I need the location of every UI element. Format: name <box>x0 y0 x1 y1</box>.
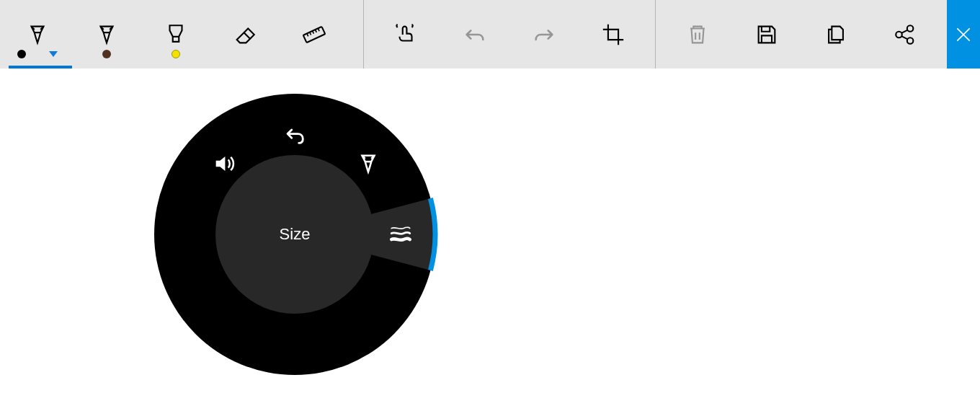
touch-writing-icon <box>393 22 418 47</box>
color-swatch-brown <box>102 50 111 58</box>
chevron-down-icon[interactable] <box>49 51 58 57</box>
highlighter-button[interactable] <box>141 0 210 69</box>
share-button[interactable] <box>870 0 940 69</box>
toolbar-section-pens <box>0 0 364 69</box>
highlighter-icon <box>164 22 188 47</box>
share-icon <box>893 22 917 47</box>
svg-line-1 <box>307 33 308 36</box>
dial-option-undo[interactable] <box>282 123 307 147</box>
color-swatch-black <box>17 50 26 58</box>
ruler-button[interactable] <box>280 0 349 69</box>
svg-line-3 <box>313 30 314 33</box>
copy-icon <box>824 22 848 47</box>
undo-button[interactable] <box>440 0 509 69</box>
pencil-button[interactable] <box>72 0 141 69</box>
dial-option-size[interactable] <box>388 222 413 247</box>
crop-button[interactable] <box>579 0 648 69</box>
pen-icon <box>356 151 380 176</box>
crop-icon <box>601 22 625 47</box>
copy-button[interactable] <box>801 0 870 69</box>
volume-icon <box>212 151 236 176</box>
svg-line-4 <box>315 30 316 32</box>
dial-center-label: Size <box>280 225 311 244</box>
svg-point-6 <box>896 31 902 37</box>
active-indicator <box>9 66 72 69</box>
redo-icon <box>532 22 556 47</box>
size-icon <box>388 221 413 248</box>
dial-option-volume[interactable] <box>212 151 236 176</box>
pencil-icon <box>94 22 119 47</box>
toolbar-section-edit <box>364 0 656 69</box>
trash-icon <box>685 22 710 47</box>
svg-rect-0 <box>303 26 325 42</box>
redo-button[interactable] <box>509 0 579 69</box>
delete-button[interactable] <box>663 0 732 69</box>
color-swatch-yellow <box>172 50 180 58</box>
svg-line-10 <box>901 36 908 39</box>
ruler-icon <box>302 22 326 47</box>
dial-option-pen[interactable] <box>356 151 380 176</box>
svg-line-9 <box>901 30 908 32</box>
toolbar <box>0 0 980 69</box>
toolbar-section-file <box>656 0 947 69</box>
surface-dial-menu[interactable]: Size <box>151 90 439 379</box>
touch-writing-button[interactable] <box>371 0 440 69</box>
svg-line-5 <box>318 28 319 31</box>
eraser-icon <box>233 22 257 47</box>
svg-line-2 <box>310 32 311 35</box>
ballpoint-pen-icon <box>25 22 50 47</box>
svg-point-8 <box>907 37 914 44</box>
ballpoint-pen-button[interactable] <box>3 0 72 69</box>
undo-icon <box>463 22 487 47</box>
save-icon <box>754 22 779 47</box>
close-button[interactable] <box>947 0 980 69</box>
svg-point-7 <box>907 25 914 32</box>
close-icon <box>954 25 973 44</box>
eraser-button[interactable] <box>210 0 280 69</box>
save-button[interactable] <box>732 0 801 69</box>
undo-icon <box>282 121 307 149</box>
